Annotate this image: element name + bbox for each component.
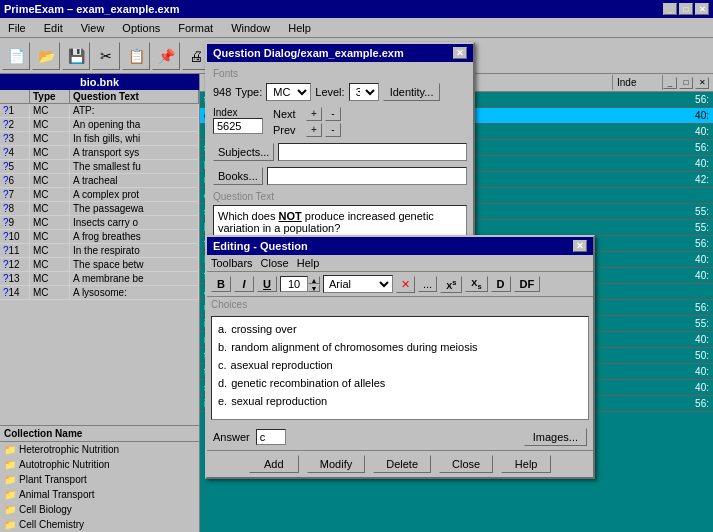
- prev-minus-button[interactable]: -: [325, 123, 341, 137]
- font-size-input[interactable]: [280, 276, 308, 292]
- help-button[interactable]: Help: [501, 455, 551, 473]
- collection-item[interactable]: 📁Heterotrophic Nutrition: [0, 442, 199, 457]
- collection-item[interactable]: 📁Cell Chemistry: [0, 517, 199, 532]
- menu-edit[interactable]: Edit: [40, 21, 67, 35]
- df-button[interactable]: DF: [514, 276, 541, 292]
- row-num: ?2: [0, 118, 30, 131]
- menu-window[interactable]: Window: [227, 21, 274, 35]
- choice-d-letter: d.: [218, 377, 227, 389]
- x-button[interactable]: ✕: [396, 276, 415, 293]
- editing-dialog-close[interactable]: ✕: [573, 240, 587, 252]
- close-dialog-button[interactable]: Close: [439, 455, 493, 473]
- collection-list: 📁Heterotrophic Nutrition 📁Autotrophic Nu…: [0, 442, 199, 532]
- maximize-button[interactable]: □: [679, 3, 693, 15]
- toolbar-save[interactable]: 💾: [62, 42, 90, 70]
- collection-item[interactable]: 📁Plant Transport: [0, 472, 199, 487]
- table-row[interactable]: ?9 MC Insects carry o: [0, 216, 199, 230]
- table-row[interactable]: ?11 MC In the respirato: [0, 244, 199, 258]
- subscript-button[interactable]: Xs: [465, 276, 487, 293]
- choice-c: c. asexual reproduction: [218, 359, 582, 371]
- level-select[interactable]: 3: [349, 83, 379, 101]
- toolbar-cut[interactable]: ✂: [92, 42, 120, 70]
- books-field[interactable]: [267, 167, 467, 185]
- editing-menu-help[interactable]: Help: [297, 257, 320, 269]
- right-row-idx: 42:: [663, 172, 713, 187]
- next-plus-button[interactable]: +: [306, 107, 322, 121]
- table-row[interactable]: ?1 MC ATP:: [0, 104, 199, 118]
- right-maximize[interactable]: □: [679, 77, 693, 89]
- table-row[interactable]: ?3 MC In fish gills, whi: [0, 132, 199, 146]
- right-row-idx: 40:: [663, 364, 713, 379]
- right-header-idx: Inde: [613, 75, 663, 90]
- menu-file[interactable]: File: [4, 21, 30, 35]
- italic-button[interactable]: I: [234, 276, 254, 292]
- row-type: MC: [30, 132, 70, 145]
- delete-button[interactable]: Delete: [373, 455, 431, 473]
- modify-button[interactable]: Modify: [307, 455, 365, 473]
- close-button[interactable]: ✕: [695, 3, 709, 15]
- choice-a-text: crossing over: [231, 323, 296, 335]
- header-num: [0, 90, 30, 103]
- type-label: Type:: [235, 86, 262, 98]
- images-button[interactable]: Images...: [524, 428, 587, 446]
- row-type: MC: [30, 188, 70, 201]
- table-row[interactable]: ?8 MC The passagewa: [0, 202, 199, 216]
- right-row-idx: 55:: [663, 316, 713, 331]
- toolbar-new[interactable]: 📄: [2, 42, 30, 70]
- editing-menu-close[interactable]: Close: [261, 257, 289, 269]
- table-row[interactable]: ?12 MC The space betw: [0, 258, 199, 272]
- d-button[interactable]: D: [491, 276, 511, 292]
- table-row[interactable]: ?4 MC A transport sys: [0, 146, 199, 160]
- bold-button[interactable]: B: [211, 276, 231, 292]
- menu-options[interactable]: Options: [118, 21, 164, 35]
- table-row[interactable]: ?2 MC An opening tha: [0, 118, 199, 132]
- type-select[interactable]: MC: [266, 83, 311, 101]
- table-row[interactable]: ?14 MC A lysosome:: [0, 286, 199, 300]
- right-close[interactable]: ✕: [695, 77, 709, 89]
- toolbar-paste[interactable]: 📌: [152, 42, 180, 70]
- menu-view[interactable]: View: [77, 21, 109, 35]
- question-dialog-close[interactable]: ✕: [453, 47, 467, 59]
- table-row[interactable]: ?10 MC A frog breathes: [0, 230, 199, 244]
- books-button[interactable]: Books...: [213, 167, 263, 185]
- answer-row: Answer Images...: [207, 424, 593, 450]
- font-select[interactable]: Arial: [323, 275, 393, 293]
- collection-item[interactable]: 📁Cell Biology: [0, 502, 199, 517]
- prev-plus-button[interactable]: +: [306, 123, 322, 137]
- right-minimize[interactable]: _: [663, 77, 677, 89]
- toolbar-copy[interactable]: 📋: [122, 42, 150, 70]
- add-button[interactable]: Add: [249, 455, 299, 473]
- folder-icon: 📁: [4, 519, 16, 530]
- table-row[interactable]: ?13 MC A membrane be: [0, 272, 199, 286]
- answer-input[interactable]: [256, 429, 286, 445]
- row-type: MC: [30, 216, 70, 229]
- folder-icon: 📁: [4, 459, 16, 470]
- editing-dialog-title: Editing - Question ✕: [207, 237, 593, 255]
- right-row-idx: 56:: [663, 92, 713, 107]
- font-size-up[interactable]: ▲: [308, 276, 320, 284]
- row-type: MC: [30, 174, 70, 187]
- table-row[interactable]: ?5 MC The smallest fu: [0, 160, 199, 174]
- right-row-idx: 56:: [663, 236, 713, 251]
- minimize-button[interactable]: _: [663, 3, 677, 15]
- subjects-button[interactable]: Subjects...: [213, 143, 274, 161]
- choices-area[interactable]: a. crossing over b. random alignment of …: [211, 316, 589, 420]
- table-row[interactable]: ?7 MC A complex prot: [0, 188, 199, 202]
- identity-button[interactable]: Identity...: [383, 83, 441, 101]
- row-type: MC: [30, 244, 70, 257]
- collection-label: Animal Transport: [19, 489, 95, 500]
- collection-item[interactable]: 📁Animal Transport: [0, 487, 199, 502]
- superscript-button[interactable]: Xs: [440, 276, 462, 293]
- menu-help[interactable]: Help: [284, 21, 315, 35]
- index-input[interactable]: [213, 118, 263, 134]
- menu-format[interactable]: Format: [174, 21, 217, 35]
- font-size-down[interactable]: ▼: [308, 284, 320, 292]
- collection-item[interactable]: 📁Autotrophic Nutrition: [0, 457, 199, 472]
- underline-button[interactable]: U: [257, 276, 277, 292]
- table-row[interactable]: ?6 MC A tracheal: [0, 174, 199, 188]
- next-minus-button[interactable]: -: [325, 107, 341, 121]
- toolbar-open[interactable]: 📂: [32, 42, 60, 70]
- editing-menu-toolbars[interactable]: Toolbars: [211, 257, 253, 269]
- subjects-field[interactable]: [278, 143, 467, 161]
- dots-button[interactable]: ...: [418, 276, 437, 292]
